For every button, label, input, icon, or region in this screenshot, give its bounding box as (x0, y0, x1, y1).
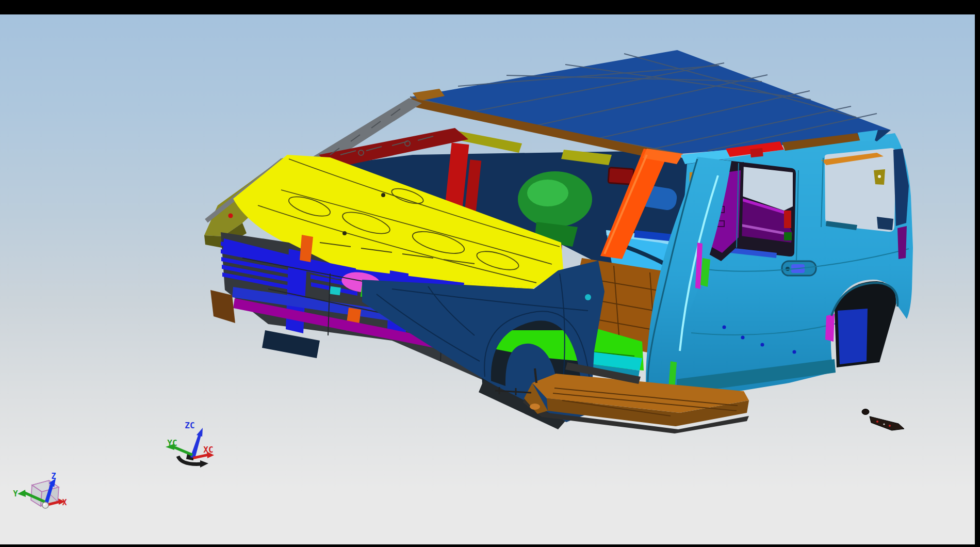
debris-parts[interactable] (862, 409, 904, 431)
view-x-label: X (62, 498, 67, 507)
dpillar-purple-hint (897, 226, 907, 259)
debris-sliver[interactable] (870, 416, 904, 430)
wcs-z-arrowhead[interactable] (197, 428, 203, 437)
hitch-navy-block[interactable] (262, 330, 320, 358)
window-a-red-bit (784, 211, 791, 228)
hood-bolt-2 (381, 193, 385, 197)
application-window: ZC YC XC Z Y (0, 0, 980, 547)
wcs-x-label: XC (203, 445, 213, 455)
step-tip-highlight (530, 404, 540, 410)
window-a-green-bit (784, 232, 792, 240)
model-canvas[interactable]: ZC YC XC Z Y (0, 14, 975, 544)
wcs-triad[interactable]: ZC YC XC (166, 421, 214, 468)
view-triad[interactable]: Z Y X (13, 472, 67, 508)
view-y-arrowhead[interactable] (18, 490, 26, 497)
window-b-navy-corner (877, 217, 893, 230)
wcs-rotate-arrowhead[interactable] (200, 460, 208, 468)
window-chrome-bottom (0, 544, 980, 547)
view-z-label: Z (51, 472, 56, 481)
debris-red-speck (876, 421, 878, 423)
window-chrome-right (975, 0, 980, 547)
header-redbox[interactable] (608, 167, 634, 184)
fender-red-dot (228, 214, 233, 218)
window-b-tab-hole (878, 175, 881, 178)
debris-white-speck (883, 423, 885, 425)
wcs-y-label: YC (167, 438, 177, 448)
debris-dot[interactable] (862, 409, 869, 415)
debris-red-speck-2 (889, 425, 891, 427)
wcs-z-label: ZC (185, 421, 194, 430)
arch-magenta-sliver[interactable] (825, 314, 835, 342)
quarter-window[interactable] (821, 148, 896, 232)
seat-hump-green-hl (527, 180, 568, 206)
view-y-label: Y (13, 489, 18, 498)
fender-cyan-plug (585, 294, 591, 300)
origin-sphere[interactable] (42, 502, 48, 508)
graphics-viewport-3d[interactable]: ZC YC XC Z Y (0, 14, 975, 544)
arch-blue-box[interactable] (838, 309, 868, 364)
window-chrome-top (0, 0, 980, 14)
hood-bolt (342, 231, 347, 235)
dpillar-inner-navy[interactable] (893, 149, 909, 226)
engine-cyan-bit[interactable] (330, 286, 341, 296)
strip-red-bit (750, 148, 763, 157)
origin-sphere-highlight (43, 503, 45, 505)
